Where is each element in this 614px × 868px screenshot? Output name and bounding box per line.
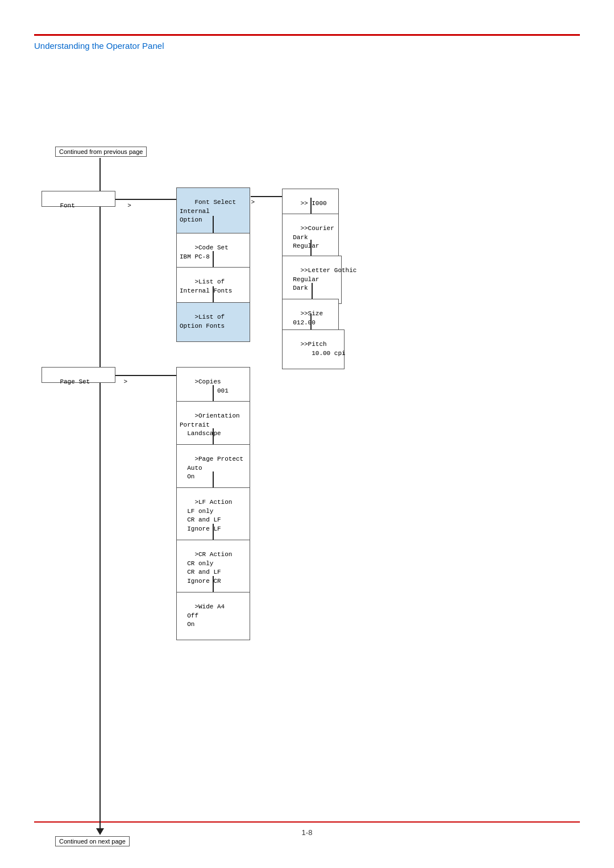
fontselect-to-i1000 — [251, 196, 282, 197]
pageprotect-v — [213, 471, 214, 487]
listinternal-v — [213, 286, 214, 302]
continued-from-box: Continued from previous page — [55, 147, 147, 157]
wide-a4-box: >Wide A4 Off On — [176, 592, 250, 640]
i1000-v — [310, 198, 312, 214]
list-option-box: >List of Option Fonts — [176, 302, 250, 342]
diagram-container: Continued from previous page Font > Font… — [34, 74, 580, 811]
copies-v — [213, 385, 214, 401]
page-title: Understanding the Operator Panel — [34, 41, 164, 51]
fontselect-v1 — [213, 216, 214, 233]
pitch-box: >>Pitch 10.00 cpi — [282, 329, 345, 369]
lettergothic-v — [312, 283, 313, 299]
craction-v — [213, 576, 214, 592]
courier-v — [310, 240, 312, 256]
lfaction-v — [213, 524, 214, 540]
font-to-fontselect-line — [125, 199, 176, 200]
top-bar — [34, 34, 580, 36]
bottom-bar — [34, 821, 580, 823]
font-box: Font > — [42, 191, 115, 207]
main-vertical-line — [99, 158, 101, 828]
orientation-v — [213, 428, 214, 444]
pageset-to-copies — [125, 375, 176, 376]
size-v — [310, 314, 312, 329]
page-number: 1-8 — [302, 828, 313, 837]
codeset-v — [213, 251, 214, 267]
arrow-down-icon — [96, 828, 104, 835]
continued-to-box: Continued on next page — [55, 836, 130, 846]
page-set-box: Page Set > — [42, 367, 115, 383]
